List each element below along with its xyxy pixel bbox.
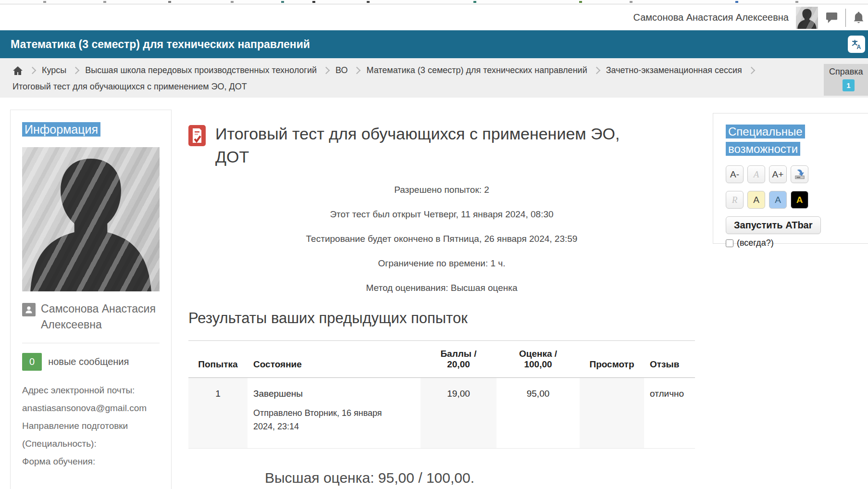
svg-text:A: A <box>857 44 861 50</box>
chevron-right-icon <box>353 67 361 75</box>
topbar-divider <box>845 9 846 27</box>
quiz-close-date: Тестирование будет окончено в Пятница, 2… <box>188 234 695 244</box>
breadcrumb-band: Курсы Высшая школа передовых производств… <box>0 58 868 98</box>
attempt-grade-cell: 95,00 <box>496 378 580 449</box>
atbar-always-checkbox[interactable] <box>726 239 733 247</box>
bookmark-fragment <box>168 1 171 3</box>
bookmark-fragment <box>795 1 798 3</box>
user-menu-name[interactable]: Самсонова Анастасия Алексеевна <box>633 12 789 23</box>
help-count-badge: 1 <box>843 79 855 91</box>
breadcrumb-item-school[interactable]: Высшая школа передовых производственных … <box>85 65 317 75</box>
attempt-marks-cell: 19,00 <box>421 378 496 449</box>
quiz-main: Итоговый тест для обучающихся с применен… <box>188 98 695 489</box>
attempt-number-cell: 1 <box>188 378 248 449</box>
breadcrumb-item-session[interactable]: Зачетно-экзаменационная сессия <box>606 65 742 75</box>
messages-icon[interactable] <box>825 12 838 24</box>
font-default-button[interactable]: A <box>747 165 765 183</box>
help-label[interactable]: Справка <box>829 67 868 77</box>
scheme-yellow-button[interactable]: A <box>747 191 765 209</box>
attempt-review-cell <box>580 378 644 449</box>
quiz-grading-method: Метод оценивания: Высшая оценка <box>188 283 695 293</box>
messages-count-badge: 0 <box>22 353 42 371</box>
page: Самсонова Анастасия Алексеевна Математик… <box>0 0 868 489</box>
breadcrumb-item-course[interactable]: Математика (3 семестр) для технических н… <box>366 65 587 75</box>
chevron-right-icon <box>29 67 37 75</box>
email-value: anastiasansonova@gmail.com <box>22 399 160 417</box>
col-marks: Баллы / 20,00 <box>421 341 496 378</box>
scheme-high-contrast-button[interactable]: A <box>791 191 808 209</box>
translate-icon[interactable]: A <box>848 36 865 53</box>
browser-bookmarks-strip <box>0 0 868 4</box>
breadcrumb: Курсы Высшая школа передовых производств… <box>12 65 754 75</box>
chevron-right-icon <box>72 67 80 75</box>
bookmark-fragment <box>473 1 476 3</box>
person-icon <box>22 303 36 316</box>
final-grade: Высшая оценка: 95,00 / 100,00. <box>265 470 695 486</box>
breadcrumb-item-vo[interactable]: ВО <box>335 65 347 75</box>
profile-photo <box>22 147 160 291</box>
col-feedback: Отзыв <box>644 341 695 378</box>
attempts-header-row: Попытка Состояние Баллы / 20,00 Оценка /… <box>188 341 695 378</box>
font-size-buttons: A- A A+ <box>726 165 868 183</box>
chevron-right-icon <box>748 67 756 75</box>
chevron-right-icon <box>322 67 330 75</box>
quiz-icon <box>188 125 206 146</box>
font-decrease-button[interactable]: A- <box>726 165 744 183</box>
quiz-open-date: Этот тест был открыт Четверг, 11 января … <box>188 209 695 220</box>
col-review: Просмотр <box>580 341 644 378</box>
accessibility-title: Специальные возможности <box>726 123 817 158</box>
course-header: Математика (3 семестр) для технических н… <box>0 30 868 58</box>
font-increase-button[interactable]: A+ <box>769 165 787 183</box>
breadcrumb-item-courses[interactable]: Курсы <box>42 65 66 75</box>
notifications-bell-icon[interactable] <box>853 11 864 24</box>
atbar-always-label[interactable]: (всегда?) <box>737 238 774 248</box>
attempts-table: Попытка Состояние Баллы / 20,00 Оценка /… <box>188 340 695 449</box>
accessibility-block: Специальные возможности A- A A+ R A A A <box>713 113 868 244</box>
study-form-label: Форма обучения: <box>22 452 160 470</box>
home-icon[interactable] <box>12 66 23 75</box>
scheme-blue-button[interactable]: A <box>769 191 787 209</box>
bookmark-fragment <box>630 1 632 3</box>
bookmark-fragment <box>231 1 234 3</box>
bookmark-fragment <box>281 1 284 3</box>
bookmark-fragment <box>579 1 582 3</box>
attempt-feedback-cell: отлично <box>644 378 695 449</box>
profile-name: Самсонова Анастасия Алексеевна <box>41 301 160 333</box>
col-state: Состояние <box>248 341 421 378</box>
chevron-right-icon <box>593 67 600 75</box>
attempt-state: Завершены <box>253 389 415 399</box>
help-block: Справка 1 <box>824 64 868 96</box>
quiz-title: Итоговый тест для обучающихся с применен… <box>215 123 638 168</box>
bookmark-fragment <box>103 1 106 3</box>
breadcrumb-current: Итоговый тест для обучающихся с применен… <box>12 82 247 92</box>
save-settings-icon[interactable] <box>791 165 808 183</box>
color-scheme-buttons: R A A A <box>726 191 868 209</box>
user-bar: Самсонова Анастасия Алексеевна <box>0 5 868 30</box>
attempt-row: 1 Завершены Отправлено Вторник, 16 январ… <box>188 378 695 449</box>
info-block-title: Информация <box>22 123 160 137</box>
course-header-title: Математика (3 семестр) для технических н… <box>0 38 310 51</box>
attempt-submitted-date: Отправлено Вторник, 16 января 2024, 23:1… <box>253 407 397 434</box>
bookmark-fragment <box>43 1 46 3</box>
col-attempt: Попытка <box>188 341 248 378</box>
user-avatar[interactable] <box>796 7 818 29</box>
quiz-title-row: Итоговый тест для обучающихся с применен… <box>188 123 695 168</box>
profile-details: Адрес электронной почты: anastiasansonov… <box>22 381 160 470</box>
bookmark-fragment <box>367 1 370 3</box>
email-label: Адрес электронной почты: <box>22 381 160 399</box>
quiz-time-limit: Ограничение по времени: 1 ч. <box>188 258 695 269</box>
info-block: Информация Самсонова Анастасия Алексеевн… <box>10 110 172 489</box>
quiz-attempts-allowed: Разрешено попыток: 2 <box>188 185 695 195</box>
content-area: Информация Самсонова Анастасия Алексеевн… <box>0 98 868 489</box>
messages-label: новые сообщения <box>48 356 129 367</box>
new-messages-link[interactable]: 0 новые сообщения <box>22 353 160 371</box>
speciality-label: Направление подготовки (Специальность): <box>22 417 160 452</box>
quiz-info: Разрешено попыток: 2 Этот тест был откры… <box>188 185 695 293</box>
attempt-state-cell: Завершены Отправлено Вторник, 16 января … <box>248 378 421 449</box>
profile-name-row: Самсонова Анастасия Алексеевна <box>22 301 160 333</box>
launch-atbar-button[interactable]: Запустить ATbar <box>726 216 821 234</box>
atbar-always-row: (всегда?) <box>726 238 868 248</box>
results-heading: Результаты ваших предыдущих попыток <box>188 310 695 327</box>
col-grade: Оценка / 100,00 <box>496 341 580 378</box>
scheme-reset-button[interactable]: R <box>726 191 744 209</box>
